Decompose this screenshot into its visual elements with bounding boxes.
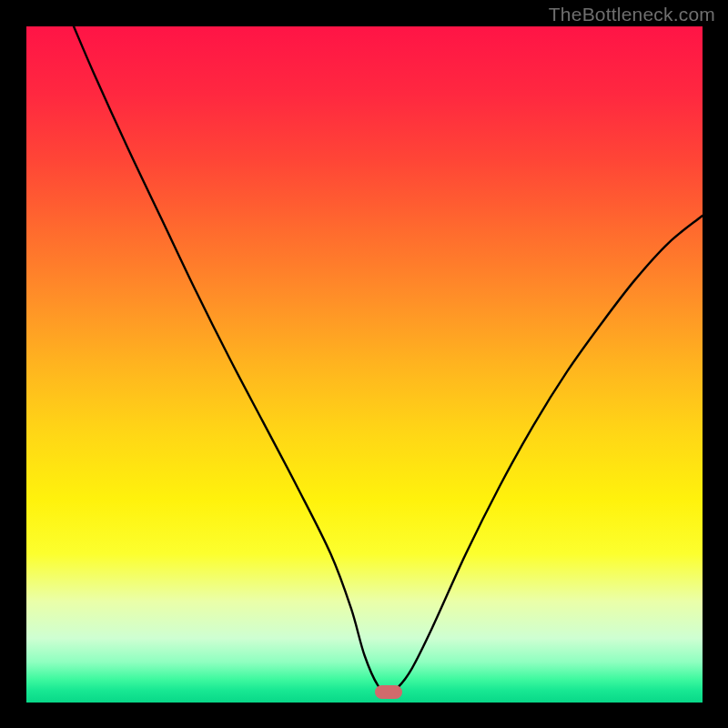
bottleneck-curve <box>26 26 703 703</box>
plot-area <box>26 26 703 703</box>
chart-frame: TheBottleneck.com <box>0 0 728 728</box>
watermark-text: TheBottleneck.com <box>549 4 715 25</box>
min-marker <box>375 685 402 699</box>
